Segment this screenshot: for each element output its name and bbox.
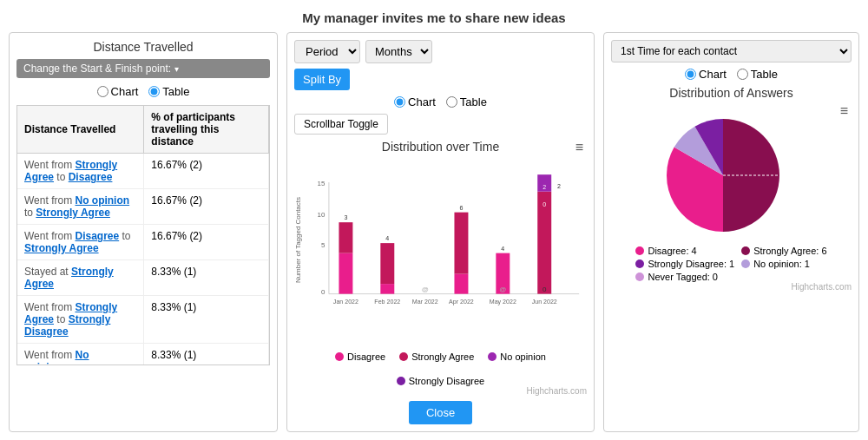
mid-chart-legend: Disagree Strongly Agree No opinion Stron… [294,351,587,386]
right-legend-col-right: Strongly Agree: 6 No opinion: 1 [741,246,826,282]
left-table-radio[interactable] [148,86,160,97]
pie-chart-svg [645,106,819,240]
contact-select[interactable]: 1st Time for each contact [611,40,852,62]
main-layout: Distance Travelled Change the Start & Fi… [0,32,868,432]
right-chart-legend: Disagree: 4 Strongly Disagree: 1 Never T… [611,246,852,282]
svg-text:@: @ [499,286,506,293]
period-select[interactable]: Period [294,40,360,63]
svg-text:10: 10 [318,211,326,219]
right-chart-radio-label[interactable]: Chart [685,68,727,81]
left-table-radio-label[interactable]: Table [148,85,189,98]
right-table-radio[interactable] [737,69,748,80]
svg-text:Jun 2022: Jun 2022 [532,299,557,305]
mid-highcharts-credit: Highcharts.com [294,386,587,396]
split-by-button[interactable]: Split By [294,69,350,90]
mid-hamburger-icon[interactable]: ≡ [575,140,583,155]
right-table-radio-label[interactable]: Table [737,68,778,81]
svg-text:@: @ [422,286,429,293]
legend-never-tagged-right-dot [635,273,644,281]
svg-text:Jan 2022: Jan 2022 [333,299,358,305]
right-table-label: Table [751,68,778,81]
distance-cell: Went from Disagree to Strongly Agree [17,225,144,260]
legend-strongly-disagree-dot [397,377,405,385]
svg-text:0: 0 [321,288,326,296]
legend-disagree-right: Disagree: 4 [635,246,734,256]
right-legend-col-left: Disagree: 4 Strongly Disagree: 1 Never T… [635,246,734,282]
mid-chart-radio[interactable] [394,96,405,108]
legend-strongly-disagree-label: Strongly Disagree [409,376,484,386]
table-row: Stayed at Strongly Agree8.33% (1) [17,260,269,296]
legend-strongly-agree-label: Strongly Agree [411,351,474,362]
pct-cell: 16.67% (2) [144,189,269,225]
left-chart-label: Chart [111,85,139,98]
right-chart-radio[interactable] [685,69,696,80]
left-chart-radio[interactable] [97,86,108,97]
legend-no-opinion: No opinion [488,351,546,362]
svg-text:5: 5 [321,241,326,249]
distance-cell: Went from Strongly Agree to Disagree [17,154,144,189]
period-row: Period Months [294,40,587,63]
svg-rect-13 [380,243,394,284]
dropdown-arrow-icon: ▾ [174,64,179,74]
distance-table-container: Distance Travelled % of participants tra… [16,105,270,365]
right-chart-label: Chart [699,68,727,81]
right-panel: 1st Time for each contact Chart Table Di… [603,32,859,432]
col-distance: Distance Travelled [17,106,144,154]
left-chart-radio-label[interactable]: Chart [97,85,139,98]
mid-table-radio-label[interactable]: Table [446,95,487,108]
legend-strongly-agree: Strongly Agree [399,351,474,362]
svg-text:May 2022: May 2022 [490,299,516,305]
close-button[interactable]: Close [409,401,472,424]
pie-chart-area: ≡ [611,103,852,242]
mid-table-radio[interactable] [446,96,457,108]
table-row: Went from Disagree to Strongly Agree16.6… [17,225,269,260]
months-select[interactable]: Months [365,40,432,63]
legend-strongly-agree-right-label: Strongly Agree: 6 [753,246,826,256]
legend-no-opinion-right-label: No opinion: 1 [753,259,810,269]
right-top-row: 1st Time for each contact [611,40,852,62]
right-highcharts-credit: Highcharts.com [611,282,852,292]
distance-cell: Stayed at Strongly Agree [17,260,144,296]
svg-text:0: 0 [542,201,546,208]
mid-chart-label: Chart [408,95,436,108]
pct-cell: 8.33% (1) [144,344,269,366]
mid-table-label: Table [460,95,487,108]
page-title: My manager invites me to share new ideas [0,0,868,32]
svg-text:2: 2 [542,184,546,191]
legend-no-opinion-label: No opinion [500,351,546,362]
mid-chart-radio-label[interactable]: Chart [394,95,436,108]
legend-never-tagged-right-label: Never Tagged: 0 [648,272,718,282]
legend-strongly-disagree: Strongly Disagree [397,376,484,386]
svg-rect-16 [454,274,468,294]
svg-text:Number of Tagged Contacts: Number of Tagged Contacts [294,197,302,283]
scrollbar-toggle-button[interactable]: Scrollbar Toggle [294,114,388,135]
start-finish-label: Change the Start & Finish point: [23,62,171,75]
left-chart-table-toggle: Chart Table [16,85,270,98]
distance-cell: Went from No opinion... [17,344,144,366]
left-table-label: Table [162,85,189,98]
svg-rect-7 [339,253,352,294]
legend-strongly-agree-right: Strongly Agree: 6 [741,246,826,256]
legend-disagree-dot [335,352,344,361]
distance-cell: Went from Strongly Agree to Strongly Dis… [17,296,144,344]
table-row: Went from No opinion to Strongly Agree16… [17,189,269,225]
svg-rect-9 [339,222,352,253]
mid-chart-table-toggle: Chart Table [294,95,587,108]
right-chart-table-toggle: Chart Table [611,68,852,81]
legend-disagree-right-label: Disagree: 4 [648,246,696,256]
legend-strongly-disagree-right-dot [635,259,644,268]
legend-no-opinion-right-dot [741,259,750,268]
distribution-chart-area: Distribution over Time ≡ 15 10 5 0 Numbe… [294,140,587,348]
svg-text:2: 2 [557,183,561,190]
right-hamburger-icon[interactable]: ≡ [840,103,848,119]
legend-disagree: Disagree [335,351,385,362]
dist-title: Distribution of Answers [611,86,852,100]
legend-disagree-right-dot [635,246,644,255]
start-finish-button[interactable]: Change the Start & Finish point: ▾ [16,59,270,78]
svg-text:Apr 2022: Apr 2022 [449,299,474,305]
svg-text:15: 15 [318,180,326,187]
table-row: Went from No opinion...8.33% (1) [17,344,269,366]
legend-no-opinion-right: No opinion: 1 [741,259,826,269]
pct-cell: 16.67% (2) [144,225,269,260]
pct-cell: 16.67% (2) [144,154,269,189]
